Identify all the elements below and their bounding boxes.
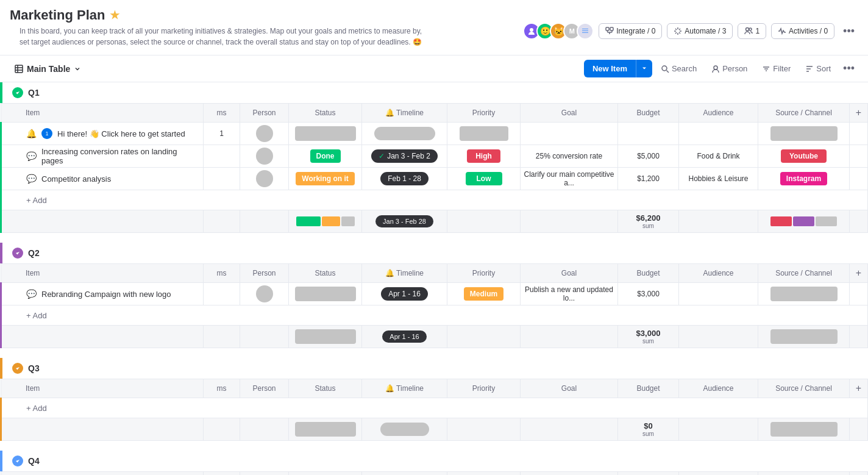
sum-label: sum [642,338,654,345]
budget-cell: $5,000 [618,145,678,167]
priority-cell[interactable]: High [447,145,520,167]
priority-cell[interactable]: Medium [447,283,520,305]
col-item: Item [1,379,204,398]
svg-rect-2 [610,27,613,30]
ms-cell [204,283,240,305]
person-cell[interactable] [240,168,288,190]
item-cell[interactable]: 🔔 1 Hi there! 👋 Click here to get starte… [2,123,203,145]
q2-thead: Item ms Person Status 🔔 Timeline Priorit… [1,264,868,283]
person-cell[interactable] [240,283,288,305]
add-item-button[interactable]: + Add [2,305,867,325]
source-instagram: Instagram [780,172,827,185]
col-budget: Budget [618,264,679,283]
item-text[interactable]: Rebranding Campaign with new logo [41,290,171,299]
item-cell[interactable]: 💬 Increasing conversion rates on landing… [2,145,203,167]
title-text: Marketing Plan [10,7,105,23]
automate-button[interactable]: Automate / 3 [667,23,733,39]
table-row: 💬 Competitor analysis Working on it Feb … [1,168,868,190]
avatar-placeholder [256,125,273,142]
comment-icon: 💬 [26,174,37,184]
source-empty [758,326,849,348]
status-empty [295,329,356,344]
add-col-icon[interactable]: + [856,383,861,393]
sort-icon [805,65,814,73]
timeline-cell[interactable]: ✓ Jan 3 - Feb 2 [362,145,447,167]
budget-sum: $6,200 sum [618,210,678,232]
person-cell[interactable] [240,123,288,145]
person-label: Person [722,64,747,73]
timeline-cell[interactable] [362,123,447,145]
group-q3-title[interactable]: Q3 [28,363,40,373]
activities-button[interactable]: Activities / 0 [771,23,834,39]
item-text[interactable]: Hi there! 👋 Click here to get started [57,129,185,138]
timeline-empty [380,423,429,436]
audience-cell: Hobbies & Leisure [679,168,758,190]
col-add[interactable]: + [850,264,868,283]
col-timeline: 🔔 Timeline [362,104,447,123]
priority-cell[interactable] [447,123,520,145]
sort-button[interactable]: Sort [799,61,837,76]
status-cell[interactable] [289,283,361,305]
members-button[interactable]: 1 [738,23,766,39]
group-q1-title[interactable]: Q1 [28,88,40,98]
person-button[interactable]: Person [705,61,753,76]
toolbar-more-button[interactable]: ••• [839,59,858,78]
item-text[interactable]: Increasing conversion rates on landing p… [41,147,198,165]
status-empty-bar [289,326,361,348]
timeline-sum: Jan 3 - Feb 28 [362,210,447,232]
source-cell[interactable]: Instagram [758,168,849,190]
table-row: 💬 Increasing conversion rates on landing… [1,145,868,168]
timeline-cell[interactable]: Feb 1 - 28 [362,168,447,190]
svg-rect-1 [606,27,609,30]
comment-icon: 💬 [26,289,37,299]
activities-label: Activities / 0 [789,27,828,35]
person-cell[interactable] [240,145,288,167]
status-empty [295,422,356,437]
col-audience: Audience [679,472,758,476]
search-icon [661,65,669,73]
search-button[interactable]: Search [655,61,703,76]
col-add[interactable]: + [850,472,868,476]
sum-row: $0 sum [1,418,868,441]
group-q2-title[interactable]: Q2 [28,248,40,258]
filter-button[interactable]: Filter [756,61,797,76]
status-cell[interactable]: Done [289,145,361,167]
add-item-button[interactable]: + Add [2,398,867,418]
status-cell[interactable]: Working on it [289,168,361,190]
members-label: 1 [755,27,760,35]
notif-icon: 🔔 [26,129,37,138]
board-content: Q1 Item ms Person Status 🔔 Timeline Prio… [0,82,868,475]
item-cell[interactable]: 💬 Rebranding Campaign with new logo [2,283,203,305]
col-add[interactable]: + [850,379,868,398]
bell-icon: 🔔 [385,269,394,277]
search-label: Search [672,64,697,73]
group-q4-title[interactable]: Q4 [28,456,40,466]
source-cell[interactable]: Youtube [758,145,849,167]
add-item-button[interactable]: + Add [2,190,867,210]
item-text[interactable]: Competitor analysis [41,174,111,184]
source-cell[interactable] [758,283,849,305]
audience-cell [679,283,758,305]
source-bar-youtube [770,216,792,226]
col-audience: Audience [679,264,758,283]
integrate-button[interactable]: Integrate / 0 [599,23,662,39]
new-item-dropdown[interactable] [636,60,652,77]
item-cell[interactable]: 💬 Competitor analysis [2,168,203,190]
timeline-pill: ✓ Jan 3 - Feb 2 [371,149,438,163]
goal-cell [521,123,617,145]
priority-cell[interactable]: Low [447,168,520,190]
status-cell[interactable] [289,123,361,145]
ms-cell [204,145,240,167]
filter-label: Filter [773,64,791,73]
header-more-button[interactable]: ••• [839,22,858,41]
main-table-button[interactable]: Main Table [10,62,86,76]
col-add[interactable]: + [850,104,868,123]
star-icon[interactable]: ★ [110,9,119,22]
add-col-icon[interactable]: + [856,268,861,278]
col-budget: Budget [618,472,679,476]
add-col-icon[interactable]: + [856,107,861,118]
timeline-cell[interactable]: Apr 1 - 16 [362,283,447,305]
source-cell[interactable] [758,123,849,145]
q3-table: Item ms Person Status 🔔 Timeline Priorit… [0,379,868,441]
new-item-button[interactable]: New Item [584,60,636,77]
